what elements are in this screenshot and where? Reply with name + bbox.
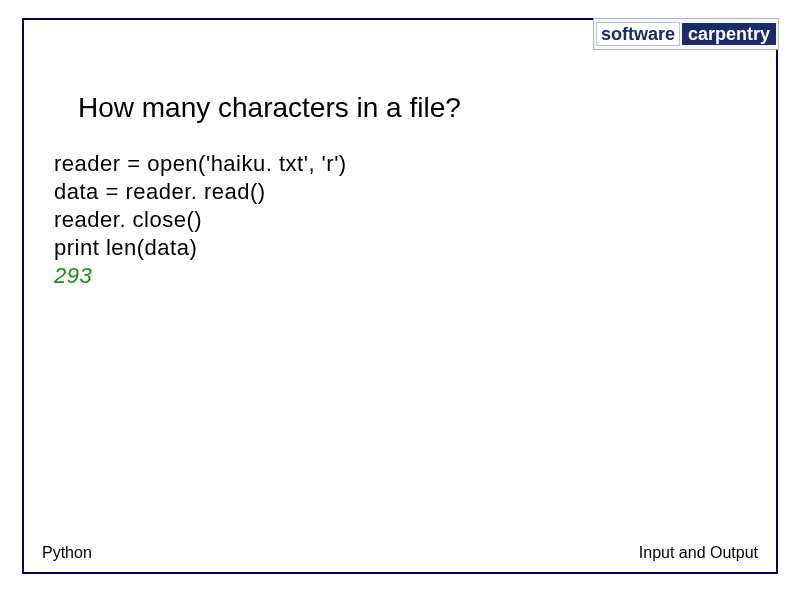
code-line: print len(data) — [54, 234, 347, 262]
slide-title: How many characters in a file? — [78, 92, 461, 124]
logo-word-software: software — [596, 22, 680, 46]
code-output: 293 — [54, 262, 347, 290]
logo-word-carpentry: carpentry — [682, 23, 776, 45]
slide-frame: software carpentry How many characters i… — [22, 18, 778, 574]
footer-right: Input and Output — [639, 544, 758, 562]
code-line: reader. close() — [54, 206, 347, 234]
logo: software carpentry — [593, 18, 779, 50]
code-line: reader = open('haiku. txt', 'r') — [54, 150, 347, 178]
code-block: reader = open('haiku. txt', 'r') data = … — [54, 150, 347, 290]
code-line: data = reader. read() — [54, 178, 347, 206]
footer-left: Python — [42, 544, 92, 562]
